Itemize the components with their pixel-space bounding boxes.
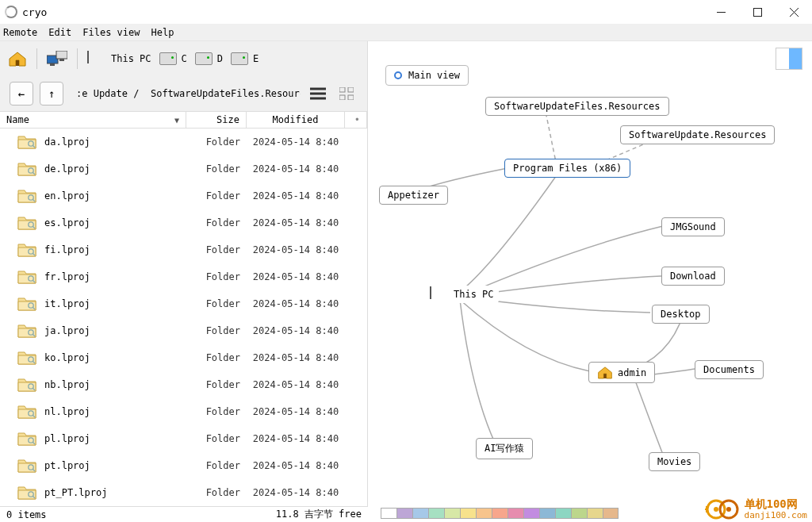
- node-movies[interactable]: Movies: [649, 452, 700, 471]
- palette-swatch[interactable]: [523, 508, 539, 519]
- palette-swatch[interactable]: [412, 508, 428, 519]
- watermark-name: 单机100网: [745, 498, 807, 510]
- node-softwareupdate-resources[interactable]: SoftwareUpdate.Resources: [620, 125, 775, 144]
- menu-remote[interactable]: Remote: [3, 27, 37, 38]
- palette-swatch[interactable]: [428, 508, 444, 519]
- folder-icon: [17, 296, 36, 312]
- node-desktop[interactable]: Desktop: [652, 305, 710, 324]
- file-row[interactable]: fr.lprojFolder2024-05-14 8:40: [0, 263, 367, 290]
- file-row[interactable]: pt_PT.lprojFolder2024-05-14 8:40: [0, 479, 367, 506]
- column-name[interactable]: Name▼: [0, 112, 186, 128]
- folder-icon: [17, 242, 36, 258]
- palette-swatch[interactable]: [492, 508, 508, 519]
- file-size: Folder: [186, 190, 247, 202]
- nav-back-button[interactable]: ←: [10, 82, 33, 106]
- svg-rect-0: [753, 8, 761, 16]
- file-size: Folder: [186, 244, 247, 255]
- file-row[interactable]: es.lprojFolder2024-05-14 8:40: [0, 209, 367, 236]
- node-admin[interactable]: admin: [588, 362, 655, 383]
- file-row[interactable]: da.lprojFolder2024-05-14 8:40: [0, 129, 367, 155]
- svg-point-26: [714, 507, 718, 512]
- column-size[interactable]: Size: [186, 112, 247, 128]
- palette-swatch[interactable]: [603, 508, 619, 519]
- menu-edit[interactable]: Edit: [48, 27, 71, 38]
- view-grid-button[interactable]: [335, 84, 358, 103]
- home-button[interactable]: [8, 51, 27, 67]
- file-row[interactable]: de.lprojFolder2024-05-14 8:40: [0, 155, 367, 182]
- file-row[interactable]: fi.lprojFolder2024-05-14 8:40: [0, 236, 367, 263]
- file-row[interactable]: pt.lprojFolder2024-05-14 8:40: [0, 452, 367, 479]
- thispc-label: This PC: [111, 53, 151, 64]
- file-modified: 2024-05-14 8:40: [247, 487, 345, 498]
- graph-pane[interactable]: SoftwareUpdateFiles.Resources SoftwareUp…: [368, 41, 812, 506]
- palette-swatch[interactable]: [381, 508, 396, 519]
- watermark-url: danji100.com: [745, 510, 807, 520]
- left-pane: This PC C D E ← ↑ :e Update / SoftwareUp…: [0, 41, 368, 506]
- svg-rect-24: [603, 374, 606, 378]
- minimize-button[interactable]: [703, 0, 739, 24]
- column-modified[interactable]: Modified: [247, 112, 345, 128]
- node-softwareupdatefiles-resources[interactable]: SoftwareUpdateFiles.Resources: [485, 97, 669, 116]
- palette-swatch[interactable]: [476, 508, 492, 519]
- node-program-files-x86[interactable]: Program Files (x86): [504, 159, 630, 178]
- view-list-button[interactable]: [307, 84, 329, 103]
- file-name: pt.lproj: [44, 460, 186, 471]
- drive-d-button[interactable]: D: [195, 52, 223, 65]
- file-modified: 2024-05-14 8:40: [247, 271, 345, 282]
- file-row[interactable]: ja.lprojFolder2024-05-14 8:40: [0, 317, 367, 344]
- breadcrumb[interactable]: :e Update / SoftwareUpdateFiles.Resource…: [70, 88, 301, 99]
- palette-swatch[interactable]: [571, 508, 587, 519]
- drive-icon: [231, 52, 248, 65]
- menu-help[interactable]: Help: [151, 27, 174, 38]
- node-download[interactable]: Download: [661, 267, 725, 286]
- color-palette[interactable]: [381, 508, 619, 522]
- file-modified: 2024-05-14 8:40: [247, 298, 345, 309]
- watermark: 单机100网 danji100.com: [705, 498, 807, 520]
- file-row[interactable]: nb.lprojFolder2024-05-14 8:40: [0, 371, 367, 398]
- file-name: it.lproj: [44, 298, 186, 309]
- mainview-badge[interactable]: Main view: [385, 65, 469, 86]
- statusbar: 0 items 11.8 吉字节 free: [0, 506, 368, 522]
- nav-up-button[interactable]: ↑: [40, 82, 63, 106]
- node-appetizer[interactable]: Appetizer: [379, 186, 448, 205]
- file-size: Folder: [186, 163, 247, 175]
- radio-icon: [394, 71, 402, 79]
- close-button[interactable]: [776, 0, 812, 24]
- drive-e-button[interactable]: E: [231, 52, 259, 65]
- folder-icon: [17, 458, 36, 474]
- file-name: de.lproj: [44, 163, 186, 175]
- thispc-button[interactable]: This PC: [87, 52, 151, 66]
- monitor-icon: [87, 52, 106, 66]
- app-icon: [5, 6, 17, 18]
- palette-swatch[interactable]: [539, 508, 555, 519]
- home-icon: [8, 51, 27, 67]
- file-row[interactable]: en.lprojFolder2024-05-14 8:40: [0, 182, 367, 209]
- file-row[interactable]: it.lprojFolder2024-05-14 8:40: [0, 290, 367, 317]
- palette-swatch[interactable]: [396, 508, 412, 519]
- drive-c-label: C: [182, 53, 187, 64]
- file-name: pt_PT.lproj: [44, 487, 186, 498]
- drive-c-button[interactable]: C: [159, 52, 187, 65]
- file-size: Folder: [186, 352, 247, 363]
- palette-swatch[interactable]: [444, 508, 460, 519]
- maximize-button[interactable]: [739, 0, 776, 24]
- node-thispc[interactable]: This PC: [425, 286, 499, 303]
- palette-swatch[interactable]: [508, 508, 523, 519]
- file-size: Folder: [186, 298, 247, 309]
- column-extra[interactable]: •: [345, 112, 367, 128]
- node-jmgsound[interactable]: JMGSound: [661, 217, 725, 236]
- file-size: Folder: [186, 487, 247, 498]
- node-documents[interactable]: Documents: [695, 360, 764, 379]
- file-row[interactable]: nl.lprojFolder2024-05-14 8:40: [0, 398, 367, 425]
- arrow-up-icon: ↑: [48, 87, 55, 100]
- node-ai[interactable]: AI写作猿: [476, 438, 533, 459]
- palette-swatch[interactable]: [460, 508, 476, 519]
- palette-swatch[interactable]: [555, 508, 571, 519]
- remote-pc-button[interactable]: [47, 51, 67, 67]
- color-toggle[interactable]: [776, 48, 802, 70]
- file-row[interactable]: ko.lprojFolder2024-05-14 8:40: [0, 344, 367, 371]
- menu-filesview[interactable]: Files view: [82, 27, 140, 38]
- file-row[interactable]: pl.lprojFolder2024-05-14 8:40: [0, 425, 367, 452]
- svg-rect-5: [59, 59, 64, 61]
- palette-swatch[interactable]: [587, 508, 603, 519]
